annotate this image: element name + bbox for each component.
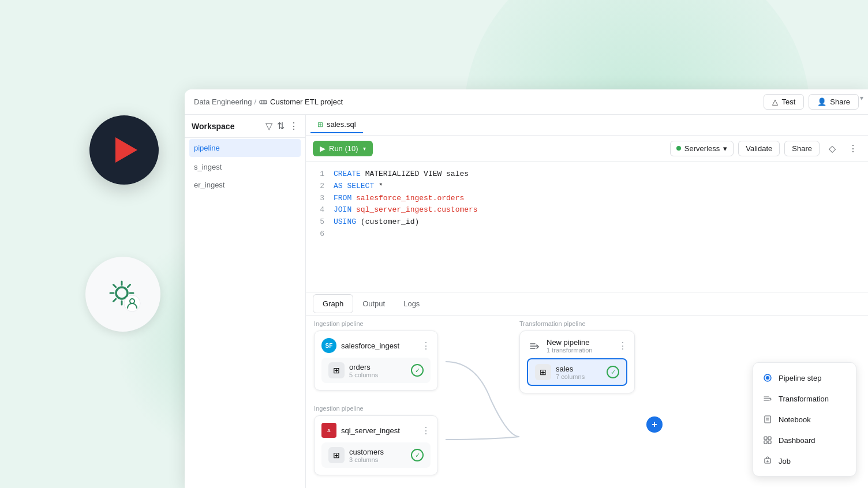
table-icon: ⊞: [328, 362, 345, 378]
code-line-3: 3 FROM salesforce_ingest.orders: [315, 193, 859, 205]
orders-info: orders 5 columns: [349, 363, 378, 378]
more-options-icon[interactable]: ⋮: [845, 140, 861, 156]
gear-circle: [85, 257, 160, 332]
run-chevron: ▾: [363, 145, 366, 152]
svg-rect-12: [764, 437, 767, 440]
serverless-status-dot: [676, 146, 681, 151]
graph-canvas: Ingestion pipeline SF salesforce_ingest …: [306, 316, 868, 488]
dropdown-item-job[interactable]: Job: [753, 451, 856, 471]
sales-info: sales 7 columns: [556, 365, 585, 380]
customers-check-icon: ✓: [411, 449, 424, 461]
editor-panel: ⊞ sales.sql ▶ Run (10) ▾ Serverless ▾: [306, 115, 868, 488]
pipeline-icon: [259, 97, 268, 107]
sql-more-button[interactable]: ⋮: [421, 425, 431, 436]
svg-rect-15: [768, 441, 771, 444]
customers-info: customers 3 columns: [349, 448, 384, 463]
play-button[interactable]: [89, 115, 159, 185]
editor-toolbar: ▶ Run (10) ▾ Serverless ▾ Validate Share: [306, 136, 868, 162]
ingestion-pipeline-2: Ingestion pipeline A sql_server_ingest ⋮: [314, 405, 438, 475]
tab-output[interactable]: Output: [353, 295, 394, 313]
plus-icon[interactable]: +: [646, 416, 663, 433]
tab-graph[interactable]: Graph: [313, 294, 353, 313]
orders-check-icon: ✓: [411, 364, 424, 377]
share-label: Share: [830, 97, 850, 106]
play-icon: [115, 137, 137, 163]
sidebar-item-er-ingest[interactable]: er_ingest: [185, 176, 305, 194]
file-tabs: ⊞ sales.sql: [306, 115, 868, 136]
pipeline-card-salesforce: SF salesforce_ingest ⋮ ⊞ orders: [314, 331, 438, 391]
new-pipeline-title: New pipeline: [547, 338, 592, 347]
sort-icon[interactable]: ⇅: [277, 121, 285, 132]
dropdown-item-pipeline-step[interactable]: Pipeline step: [753, 367, 856, 388]
pipeline-card-sql-header: A sql_server_ingest ⋮: [321, 423, 431, 438]
sales-table-name: sales: [556, 365, 585, 373]
dropdown-item-dashboard[interactable]: Dashboard: [753, 430, 856, 451]
ingestion-pipeline-1: Ingestion pipeline SF salesforce_ingest …: [314, 320, 438, 391]
breadcrumb-section: Data Engineering: [194, 97, 252, 106]
dropdown-item-transformation[interactable]: Transformation: [753, 388, 856, 409]
more-icon[interactable]: ⋮: [289, 121, 298, 132]
dropdown-dashboard-label: Dashboard: [779, 436, 815, 445]
sidebar-toolbar: ▽ ⇅ ⋮: [265, 121, 298, 132]
serverless-button[interactable]: Serverless ▾: [670, 141, 734, 156]
sidebar-item-label: s_ingest: [194, 163, 222, 171]
job-icon: [762, 456, 773, 466]
ingestion-pipeline-1-label: Ingestion pipeline: [314, 320, 438, 327]
tab-sales-sql[interactable]: ⊞ sales.sql: [310, 117, 363, 133]
svg-rect-9: [765, 416, 770, 423]
sidebar-item-pipeline[interactable]: pipeline: [189, 139, 301, 157]
editor-share-label: Share: [792, 144, 812, 153]
orders-table-cols: 5 columns: [349, 371, 378, 378]
dropdown-item-notebook[interactable]: Notebook: [753, 409, 856, 430]
gear-icon: [100, 271, 146, 317]
add-step-button[interactable]: +: [646, 416, 663, 433]
validate-label: Validate: [746, 144, 772, 153]
code-line-2: 2 AS SELECT *: [315, 181, 859, 193]
sql-server-ingest-title: sql_server_ingest: [341, 426, 400, 435]
top-bar-actions: △ Test 👤 Share: [764, 94, 859, 110]
svg-rect-14: [764, 441, 767, 444]
code-editor[interactable]: 1 CREATE MATERIALIZED VIEW sales 2 AS SE…: [306, 162, 868, 292]
customers-table-row[interactable]: ⊞ customers 3 columns ✓: [321, 442, 431, 468]
transform-card-header: New pipeline 1 transformation ⋮: [527, 338, 627, 354]
test-button[interactable]: △ Test: [764, 94, 804, 110]
pipeline-step-icon: [762, 373, 773, 383]
svg-rect-13: [768, 437, 771, 440]
sidebar: Workspace ▽ ⇅ ⋮ pipeline s_ingest er_ing…: [185, 115, 306, 488]
test-label: Test: [781, 97, 795, 106]
editor-share-button[interactable]: Share: [784, 141, 820, 156]
sidebar-item-label: er_ingest: [194, 181, 225, 189]
sales-table-icon: ⊞: [535, 364, 551, 380]
main-window: Data Engineering / Customer ETL project …: [185, 89, 868, 488]
tab-logs[interactable]: Logs: [394, 295, 429, 313]
validate-button[interactable]: Validate: [738, 141, 780, 156]
svg-point-8: [766, 376, 769, 380]
dropdown-pipeline-step-label: Pipeline step: [779, 374, 821, 382]
editor-right-actions: Serverless ▾ Validate Share ◇ ⋮: [670, 140, 861, 156]
dropdown-job-label: Job: [779, 457, 791, 466]
sales-check-icon: ✓: [607, 366, 619, 378]
pipeline-card-sql-title-row: A sql_server_ingest: [321, 423, 400, 438]
customers-table-name: customers: [349, 448, 384, 456]
file-icon: ⊞: [317, 121, 323, 129]
salesforce-more-button[interactable]: ⋮: [421, 340, 431, 351]
test-icon: △: [772, 97, 778, 106]
filter-icon[interactable]: ▽: [265, 121, 272, 132]
transform-more-button[interactable]: ⋮: [618, 340, 627, 351]
sales-table-cols: 7 columns: [556, 373, 585, 380]
code-line-1: 1 CREATE MATERIALIZED VIEW sales: [315, 168, 859, 181]
file-tab-label: sales.sql: [327, 120, 356, 129]
run-button[interactable]: ▶ Run (10) ▾: [313, 141, 373, 156]
code-line-6: 6: [315, 228, 859, 241]
diamond-icon[interactable]: ◇: [824, 140, 840, 156]
customers-table-icon: ⊞: [328, 447, 345, 463]
pipeline-card-title-row: SF salesforce_ingest: [321, 338, 399, 353]
sidebar-title: Workspace: [192, 122, 234, 131]
code-line-4: 4 JOIN sql_server_ingest.customers: [315, 204, 859, 216]
share-button[interactable]: 👤 Share: [809, 94, 859, 110]
sales-table-row[interactable]: ⊞ sales 7 columns ✓: [527, 358, 627, 386]
transform-icon: [527, 339, 542, 354]
sidebar-item-s-ingest[interactable]: s_ingest: [185, 158, 305, 176]
orders-table-row[interactable]: ⊞ orders 5 columns ✓: [321, 358, 431, 383]
new-pipeline-info: New pipeline 1 transformation: [547, 338, 592, 354]
